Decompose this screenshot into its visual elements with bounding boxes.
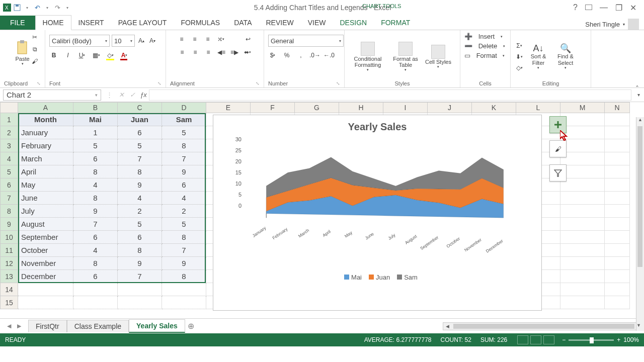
cell[interactable] <box>560 244 605 257</box>
zoom-in-icon[interactable]: + <box>617 336 620 343</box>
zoom-control[interactable]: − + 100% <box>562 336 639 343</box>
cell[interactable]: 9 <box>118 257 162 270</box>
tab-format[interactable]: FORMAT <box>374 16 417 30</box>
column-header[interactable]: G <box>295 102 339 113</box>
sheet-nav-next-icon[interactable]: ▶ <box>17 323 21 329</box>
align-middle-icon[interactable]: ≡ <box>190 35 199 44</box>
cell[interactable] <box>605 178 630 192</box>
cell[interactable]: 8 <box>73 257 118 270</box>
cell[interactable]: 8 <box>73 192 118 205</box>
chart-legend[interactable]: MaiJuanSam <box>213 261 541 281</box>
format-cells-button[interactable]: ▭ Format ▾ <box>464 52 505 59</box>
column-header[interactable]: K <box>472 102 516 113</box>
ribbon-display-icon[interactable] <box>585 5 592 10</box>
cell[interactable] <box>605 113 630 126</box>
cell[interactable]: 8 <box>162 231 206 244</box>
column-header[interactable]: I <box>383 102 428 113</box>
cell[interactable]: 7 <box>73 218 118 231</box>
cell[interactable]: 1 <box>73 126 118 139</box>
expand-formula-bar-icon[interactable]: ▾ <box>637 92 644 98</box>
align-center-icon[interactable]: ≡ <box>191 48 200 57</box>
zoom-level[interactable]: 100% <box>623 336 639 343</box>
align-top-icon[interactable]: ≡ <box>177 35 186 44</box>
cell[interactable] <box>560 139 605 152</box>
cell[interactable]: Sam <box>162 113 206 126</box>
cell[interactable] <box>18 296 73 309</box>
chart-elements-button[interactable] <box>549 116 567 133</box>
format-painter-icon[interactable]: 🖌 <box>30 57 39 66</box>
currency-icon[interactable]: $▾ <box>268 51 277 60</box>
cell[interactable]: Juan <box>118 113 162 126</box>
cell[interactable] <box>605 192 630 205</box>
column-header[interactable]: D <box>162 102 206 113</box>
close-icon[interactable]: ✕ <box>630 3 636 13</box>
tab-view[interactable]: VIEW <box>301 16 333 30</box>
cell[interactable] <box>605 296 630 309</box>
page-layout-view-icon[interactable] <box>530 335 541 344</box>
row-header[interactable]: 14 <box>0 283 18 296</box>
column-header[interactable]: L <box>516 102 560 113</box>
tab-design[interactable]: DESIGN <box>333 16 374 30</box>
cell[interactable]: 9 <box>73 205 118 218</box>
chart-object[interactable]: Yearly Sales 302520151050 JanuaryFebruar… <box>213 115 542 311</box>
column-header[interactable]: H <box>339 102 383 113</box>
format-as-table-button[interactable]: Format as Table▾ <box>389 37 422 77</box>
name-box[interactable]: Chart 2▾ <box>3 89 101 101</box>
comma-icon[interactable]: , <box>296 51 305 60</box>
cell[interactable] <box>560 152 605 165</box>
sort-filter-button[interactable]: A↓Sort & Filter▾ <box>526 37 551 77</box>
redo-icon[interactable]: ↷ <box>53 3 62 12</box>
cell[interactable]: 6 <box>73 270 118 283</box>
cell[interactable]: 6 <box>73 231 118 244</box>
align-left-icon[interactable]: ≡ <box>178 48 187 57</box>
row-header[interactable]: 8 <box>0 205 18 218</box>
tab-file[interactable]: FILE <box>0 16 35 30</box>
cell[interactable] <box>605 139 630 152</box>
conditional-formatting-button[interactable]: Conditional Formatting▾ <box>349 37 387 77</box>
enter-formula-icon[interactable]: ✓ <box>127 91 138 99</box>
save-icon[interactable] <box>13 3 22 12</box>
cell[interactable]: Mai <box>73 113 118 126</box>
decrease-decimal-icon[interactable]: ←.0 <box>325 51 334 60</box>
cell[interactable]: December <box>18 270 73 283</box>
chart-title[interactable]: Yearly Sales <box>213 115 541 133</box>
new-sheet-button[interactable]: ⊕ <box>185 321 197 331</box>
increase-decimal-icon[interactable]: .0→ <box>310 51 319 60</box>
clear-icon[interactable]: ◇▾ <box>515 63 524 72</box>
cell[interactable]: November <box>18 257 73 270</box>
column-header[interactable]: A <box>18 102 73 113</box>
column-header[interactable]: C <box>118 102 162 113</box>
horizontal-scrollbar[interactable]: ◀▶ <box>443 322 644 330</box>
cut-icon[interactable]: ✂ <box>30 33 39 42</box>
normal-view-icon[interactable] <box>517 335 528 344</box>
cell[interactable]: March <box>18 152 73 165</box>
cell-styles-button[interactable]: Cell Styles▾ <box>424 37 452 77</box>
help-icon[interactable]: ? <box>573 3 578 13</box>
maximize-icon[interactable]: ❐ <box>615 3 622 13</box>
row-header[interactable]: 6 <box>0 178 18 192</box>
wrap-text-icon[interactable]: ↩ <box>244 35 253 44</box>
font-name-combo[interactable]: Calibri (Body)▾ <box>49 35 110 47</box>
cell[interactable]: 9 <box>118 178 162 192</box>
cell[interactable]: July <box>18 205 73 218</box>
cancel-formula-icon[interactable]: ✕ <box>116 91 127 99</box>
cell[interactable]: 5 <box>73 139 118 152</box>
row-header[interactable]: 9 <box>0 218 18 231</box>
cell[interactable] <box>162 296 206 309</box>
merge-center-icon[interactable]: ⬌▾ <box>243 48 252 57</box>
cell[interactable]: May <box>18 178 73 192</box>
cell[interactable]: 2 <box>118 205 162 218</box>
cell[interactable] <box>560 126 605 139</box>
bold-button[interactable]: B <box>49 51 58 60</box>
tab-formulas[interactable]: FORMULAS <box>174 16 227 30</box>
row-header[interactable]: 7 <box>0 192 18 205</box>
cell[interactable]: 6 <box>73 152 118 165</box>
page-break-view-icon[interactable] <box>543 335 554 344</box>
row-header[interactable]: 11 <box>0 244 18 257</box>
chart-styles-button[interactable]: 🖌 <box>549 140 567 157</box>
cell[interactable] <box>605 270 630 283</box>
redo-dropdown-icon[interactable]: ▾ <box>63 3 72 12</box>
column-header[interactable]: E <box>206 102 251 113</box>
tab-insert[interactable]: INSERT <box>71 16 111 30</box>
cell[interactable] <box>605 283 630 296</box>
